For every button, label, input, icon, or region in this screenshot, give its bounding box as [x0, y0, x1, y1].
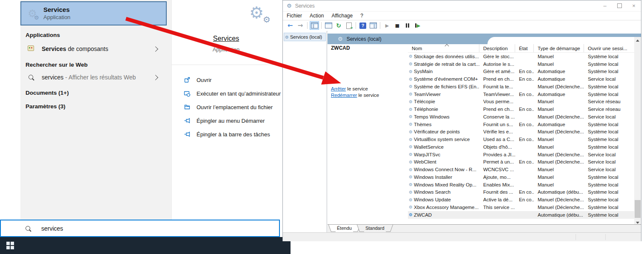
section-documents[interactable]: Documents (1+): [26, 90, 69, 96]
pause-service-button[interactable]: [403, 21, 412, 30]
service-gear-icon: ⚙: [409, 198, 413, 202]
table-row[interactable]: ⚙WalletService Objets d'hô... Manuel Sys…: [408, 143, 634, 151]
table-row[interactable]: ⚙Windows Search Fournit des ... En co...…: [408, 189, 634, 196]
stop-service-link[interactable]: Arrêter: [331, 86, 346, 91]
result-text-web-rest: - Afficher les résultats Web: [63, 74, 136, 81]
services-window: ⚙ Services – × Fichier Action Affichage …: [282, 0, 641, 241]
forward-button[interactable]: →: [296, 21, 305, 30]
chevron-right-icon[interactable]: [153, 46, 158, 52]
tab-standard[interactable]: Standard: [360, 225, 390, 232]
table-row[interactable]: ⚙WebClient Permet à un... En co... Manue…: [408, 158, 634, 166]
tree-item-services-local[interactable]: ⚙ Services (local): [284, 33, 326, 41]
action-pin-to-taskbar[interactable]: Épingler à la barre des tâches: [177, 127, 281, 141]
best-match-subtitle: Application: [43, 14, 71, 21]
table-row[interactable]: ⚙SysMain Gère et amé... En co... Automat…: [408, 68, 634, 76]
toolbar-separator: [380, 22, 380, 29]
services-table-body: ⚙Stockage des données utilis... Gère le …: [408, 53, 634, 219]
table-row[interactable]: ⚙Thèmes Fournit un s... En co... Automat…: [408, 121, 634, 128]
table-row[interactable]: ⚙Xbox Accessory Manageme... This service…: [408, 203, 634, 211]
component-services-icon: [28, 45, 34, 51]
show-hide-action-pane-button[interactable]: [368, 21, 378, 30]
section-settings[interactable]: Paramètres (3): [26, 103, 66, 110]
column-header-description[interactable]: Description: [479, 44, 515, 52]
table-row[interactable]: ⚙ZWCAD Automatique (débu... Système loca…: [408, 211, 634, 219]
table-row[interactable]: ⚙Windows Installer Ajoute, mo... Manuel …: [408, 173, 634, 181]
vertical-scrollbar[interactable]: [634, 37, 641, 226]
folder-icon: [183, 104, 191, 110]
service-gear-icon: ⚙: [409, 69, 413, 74]
window-title: Services: [295, 3, 598, 9]
column-header-ouvrir-session[interactable]: Ouvrir une sessi...: [584, 44, 634, 52]
best-match-tile-services[interactable]: ⚙⚙ Services Application: [20, 1, 167, 25]
table-row[interactable]: ⚙TeamViewer TeamViewer... En co... Autom…: [408, 90, 634, 98]
toolbar-separator: [321, 22, 322, 29]
taskbar: [0, 237, 291, 254]
start-button[interactable]: [6, 242, 14, 249]
menu-action[interactable]: Action: [306, 13, 328, 19]
screen: ⚙⚙ Services Application Applications Ser…: [0, 0, 644, 254]
column-header-etat[interactable]: État: [515, 44, 534, 52]
table-row[interactable]: ⚙Stockage des données utilis... Gère le …: [408, 53, 634, 60]
services-gear-icon: ⚙: [285, 35, 289, 40]
result-text-query: services: [42, 74, 63, 81]
table-row[interactable]: ⚙Stratégie de retrait de la cart... Auto…: [408, 60, 634, 68]
export-list-button[interactable]: [344, 21, 353, 30]
chevron-right-icon[interactable]: [153, 75, 158, 80]
action-open-file-location[interactable]: Ouvrir l’emplacement du fichier: [177, 100, 281, 114]
service-gear-icon: ⚙: [409, 114, 413, 119]
table-row[interactable]: ⚙Téléphonie Prend en ch... En co... Manu…: [408, 105, 634, 113]
menu-fichier[interactable]: Fichier: [283, 13, 306, 19]
services-table: Nom Description État Type de démarrage O…: [408, 44, 634, 219]
search-input[interactable]: [40, 225, 212, 232]
properties-button[interactable]: [324, 21, 333, 30]
column-header-type-demarrage[interactable]: Type de démarrage: [534, 44, 584, 52]
restart-service-button[interactable]: ▶: [413, 21, 422, 30]
service-gear-icon: ⚙: [409, 62, 413, 66]
minimize-button[interactable]: –: [598, 0, 612, 11]
menu-help[interactable]: ?: [356, 13, 367, 19]
result-text-bold: Services: [42, 45, 66, 52]
stop-service-button[interactable]: ■: [393, 21, 402, 30]
table-row[interactable]: ⚙Temps Windows Conserve la ... Manuel (D…: [408, 113, 634, 121]
preview-subtitle: Application: [171, 46, 281, 53]
table-row[interactable]: ⚙Télécopie Vous perme... Manuel Service …: [408, 98, 634, 106]
table-row[interactable]: ⚙VirtualBox system service Used as a C..…: [408, 135, 634, 143]
start-service-button[interactable]: ▶: [382, 21, 392, 30]
table-row[interactable]: ⚙Système d’événement COM+ Prend en ch...…: [408, 75, 634, 83]
table-row[interactable]: ⚙Windows Update Active la dé... En co...…: [408, 196, 634, 203]
view-tab-strip: Étendu Standard: [328, 224, 641, 232]
restart-service-link[interactable]: Redémarrer: [331, 93, 357, 98]
title-bar[interactable]: ⚙ Services – ×: [283, 0, 641, 11]
show-console-tree-button[interactable]: [310, 21, 319, 30]
service-gear-icon: ⚙: [409, 130, 413, 134]
table-row[interactable]: ⚙Vérificateur de points Vérifie les e...…: [408, 128, 634, 136]
service-gear-icon: ⚙: [409, 182, 413, 187]
services-gear-icon: ⚙: [338, 36, 343, 42]
table-row[interactable]: ⚙WarpJITSvc Provides a JI... Manuel (Déc…: [408, 151, 634, 158]
help-button[interactable]: ?: [358, 21, 368, 30]
maximize-button[interactable]: [612, 0, 627, 11]
service-gear-icon: ⚙: [409, 205, 413, 209]
action-open[interactable]: Ouvrir: [177, 73, 281, 87]
toolbar: ← → ↻ ? ▶ ■ ▶: [283, 20, 641, 31]
scrollbar-thumb[interactable]: [635, 200, 641, 218]
scroll-up-icon[interactable]: [634, 37, 641, 44]
result-row-web-services[interactable]: services - Afficher les résultats Web: [20, 72, 167, 83]
tab-etendu[interactable]: Étendu: [332, 225, 357, 232]
table-row[interactable]: ⚙Windows Mixed Reality Op... Enables Mix…: [408, 181, 634, 189]
service-gear-icon: ⚙: [409, 99, 413, 104]
table-row[interactable]: ⚙Système de fichiers EFS (En... Fournit …: [408, 83, 634, 90]
action-pin-to-start[interactable]: Épingler au menu Démarrer: [177, 114, 281, 127]
refresh-button[interactable]: ↻: [334, 21, 343, 30]
menu-affichage[interactable]: Affichage: [328, 13, 356, 19]
close-button[interactable]: ×: [627, 0, 641, 11]
action-run-as-admin[interactable]: Exécuter en tant qu’administrateur: [177, 87, 281, 100]
service-gear-icon: ⚙: [409, 107, 413, 112]
table-row[interactable]: ⚙Windows Connect Now - R... WCNCSVC ... …: [408, 166, 634, 173]
back-button[interactable]: ←: [285, 21, 295, 30]
taskbar-search-box[interactable]: [0, 220, 280, 237]
services-gear-icon: ⚙: [287, 3, 292, 9]
toolbar-separator: [307, 22, 308, 29]
result-row-component-services[interactable]: Services de composants: [20, 43, 167, 54]
column-header-nom[interactable]: Nom: [408, 44, 479, 52]
